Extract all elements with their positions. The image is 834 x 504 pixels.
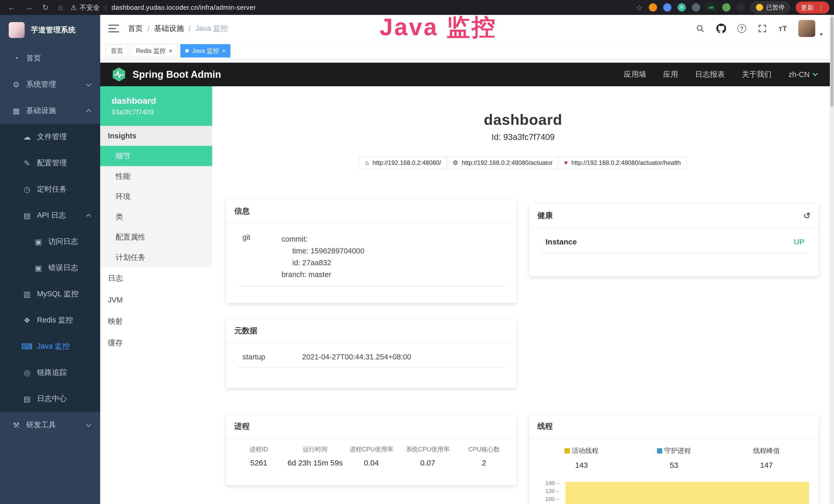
card-title: 线程 — [537, 421, 553, 432]
extension-icon-5[interactable] — [722, 3, 730, 12]
stat-label: 进程ID — [231, 445, 287, 453]
help-icon[interactable]: ? — [738, 24, 746, 33]
stat-label: 进程CPU使用率 — [343, 445, 399, 453]
sidebar-item-redis[interactable]: ❖ Redis 监控 — [0, 307, 100, 333]
sba-brand-title[interactable]: Spring Boot Admin — [133, 69, 221, 80]
breadcrumb-home[interactable]: 首页 — [128, 23, 143, 33]
back-icon[interactable]: ← — [8, 3, 16, 12]
sidebar-item-home[interactable]: ◔ 首页 — [0, 45, 100, 71]
instance-name: dashboard — [111, 96, 212, 106]
sba-item-mappings[interactable]: 映射 — [100, 311, 212, 332]
scrollbar-thumb[interactable] — [830, 17, 833, 107]
process-stat: CPU核心数 2 — [456, 445, 512, 467]
log-icon: ▤ — [21, 394, 33, 403]
breadcrumb-infra[interactable]: 基础设施 — [154, 23, 184, 33]
legend-daemon: 守护进程 53 — [628, 446, 720, 469]
address-bar[interactable]: ⚠ 不安全 | dashboard.yudao.iocoder.cn/infra… — [71, 3, 256, 12]
search-icon[interactable] — [695, 24, 705, 33]
close-icon[interactable]: × — [169, 47, 172, 54]
sidebar-item-log-center[interactable]: ▤ 日志中心 — [0, 386, 100, 412]
browser-home-icon[interactable]: ⌂ — [58, 3, 63, 12]
sidebar-item-trace[interactable]: ◎ 链路追踪 — [0, 360, 100, 386]
sba-nav-applications[interactable]: 应用 — [663, 69, 678, 79]
extension-on-badge[interactable]: on — [706, 3, 716, 12]
sba-item-environment[interactable]: 环境 — [100, 186, 212, 207]
extension-icon-2[interactable] — [663, 3, 672, 12]
app-title: 芋道管理系统 — [31, 25, 75, 35]
warning-icon: ⚠ — [71, 4, 76, 12]
app-logo[interactable]: 芋道管理系统 — [0, 15, 100, 45]
sba-item-details[interactable]: 细节 — [100, 146, 212, 166]
hamburger-icon[interactable] — [108, 22, 119, 35]
bookmark-star-icon[interactable]: ☆ — [636, 3, 643, 12]
tab-java[interactable]: Java 监控 × — [180, 44, 231, 58]
legend-value: 143 — [535, 461, 628, 469]
dashboard-icon: ◔ — [10, 54, 22, 63]
font-size-icon[interactable]: тT — [778, 24, 787, 33]
security-warning-label[interactable]: 不安全 — [80, 3, 100, 12]
legend-label: 守护进程 — [664, 446, 691, 455]
logo-image — [9, 22, 25, 38]
extension-icon-1[interactable] — [649, 3, 657, 12]
health-card-body: Instance UP — [529, 228, 819, 263]
sidebar-item-jobs[interactable]: ◷ 定时任务 — [0, 176, 100, 202]
process-card-header: 进程 — [226, 414, 517, 438]
extension-icon-6[interactable] — [737, 3, 745, 12]
sba-item-configprops[interactable]: 配置属性 — [100, 227, 212, 247]
sba-nav-wallboard[interactable]: 应用墙 — [624, 69, 646, 79]
avatar-caret-icon[interactable]: ▾ — [820, 31, 823, 38]
sba-item-classes[interactable]: 类 — [100, 207, 212, 227]
sidebar-item-java[interactable]: ⌨ Java 监控 — [0, 333, 100, 360]
extension-icon-4[interactable] — [692, 3, 700, 12]
tab-label: 首页 — [111, 47, 123, 55]
sidebar-item-access-log[interactable]: ▣ 访问日志 — [0, 229, 100, 255]
sba-item-logs[interactable]: 日志 — [100, 268, 212, 289]
sidebar-item-api-log[interactable]: ▤ API 日志 — [0, 202, 100, 229]
sidebar-item-mysql[interactable]: ▥ MySQL 监控 — [0, 281, 100, 307]
process-stat: 进程CPU使用率 0.04 — [343, 445, 399, 467]
sidebar-item-system[interactable]: ⚙ 系统管理 — [0, 71, 100, 97]
update-button[interactable]: 更新 ⋮ — [796, 2, 829, 14]
avatar[interactable] — [798, 20, 815, 37]
sidebar-label: MySQL 监控 — [37, 289, 79, 299]
url-text[interactable]: dashboard.yudao.iocoder.cn/infra/admin-s… — [111, 4, 256, 12]
breadcrumb-separator: / — [148, 24, 150, 33]
sidebar-label: 文件管理 — [37, 132, 67, 142]
sba-item-caches[interactable]: 缓存 — [100, 332, 212, 354]
github-icon[interactable] — [716, 24, 726, 33]
monitor-icon: ⌨ — [21, 342, 33, 351]
reload-icon[interactable]: ↻ — [42, 3, 49, 12]
legend-swatch-yellow — [565, 448, 570, 453]
sba-item-jvm[interactable]: JVM — [100, 289, 212, 311]
fullscreen-icon[interactable] — [758, 24, 767, 33]
sidebar-item-error-log[interactable]: ▣ 错误日志 — [0, 255, 100, 281]
sidebar-item-config[interactable]: ✎ 配置管理 — [0, 150, 100, 176]
link-root[interactable]: ⌂ http://192.168.0.2:48080/ — [359, 156, 447, 169]
tab-redis[interactable]: Redis 监控 × — [131, 44, 177, 58]
page-scrollbar[interactable] — [830, 15, 834, 504]
sidebar-item-files[interactable]: ☁ 文件管理 — [0, 124, 100, 150]
sba-header: Spring Boot Admin 应用墙 应用 日志报表 关于我们 zh-CN — [100, 63, 834, 86]
sba-nav-about[interactable]: 关于我们 — [742, 69, 772, 79]
link-actuator[interactable]: ⚙ http://192.168.0.2:48080/actuator — [447, 156, 558, 169]
active-dot-icon — [185, 49, 189, 53]
sidebar-item-infra[interactable]: ▦ 基础设施 — [0, 97, 100, 124]
paused-badge[interactable]: 已暂停 — [751, 2, 790, 13]
close-icon[interactable]: × — [222, 47, 225, 54]
sba-item-performance[interactable]: 性能 — [100, 166, 212, 186]
sba-item-scheduled[interactable]: 计划任务 — [100, 247, 212, 268]
forward-icon[interactable]: → — [25, 3, 33, 12]
tab-home[interactable]: 首页 — [106, 44, 128, 58]
sidebar-item-devtools[interactable]: ⚒ 研发工具 — [0, 412, 100, 438]
browser-menu-icon[interactable]: ⋮ — [818, 4, 824, 11]
link-health[interactable]: ♥ http://192.168.0.2:48080/actuator/heal… — [558, 156, 686, 169]
git-id-line: id: 27aa832 — [292, 257, 505, 269]
instance-block[interactable]: dashboard 93a3fc7f7409 — [100, 86, 212, 126]
extension-icon-3[interactable]: V — [678, 3, 686, 12]
sba-nav-journal[interactable]: 日志报表 — [695, 69, 725, 79]
chevron-down-icon — [86, 422, 91, 427]
history-icon[interactable]: ↺ — [804, 210, 811, 221]
locale-select[interactable]: zh-CN — [789, 70, 817, 79]
legend-label: 活动线程 — [572, 446, 598, 455]
process-stat: 系统CPU使用率 0.07 — [400, 445, 456, 467]
